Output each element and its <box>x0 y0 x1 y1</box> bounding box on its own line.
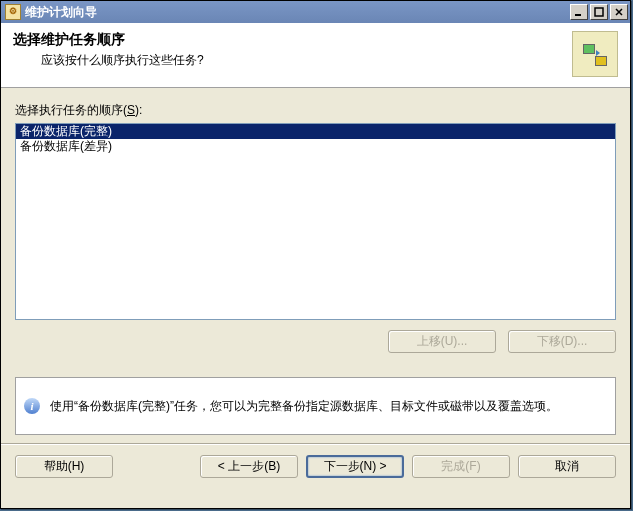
wizard-icon <box>572 31 618 77</box>
cancel-button[interactable]: 取消 <box>518 455 616 478</box>
window-title: 维护计划向导 <box>25 4 570 21</box>
window-controls <box>570 4 628 20</box>
info-icon: i <box>24 398 40 414</box>
move-up-button[interactable]: 上移(U)... <box>388 330 496 353</box>
help-button[interactable]: 帮助(H) <box>15 455 113 478</box>
page-title: 选择维护任务顺序 <box>13 31 564 49</box>
task-order-listbox[interactable]: 备份数据库(完整)备份数据库(差异) <box>15 123 616 320</box>
wizard-window: ⚙ 维护计划向导 选择维护任务顺序 应该按什么顺序执行这些任务? 选择执行任务 <box>0 0 631 509</box>
svg-rect-1 <box>595 8 603 16</box>
page-subtitle: 应该按什么顺序执行这些任务? <box>41 52 564 69</box>
order-label: 选择执行任务的顺序(S): <box>15 102 616 119</box>
content-area: 选择执行任务的顺序(S): 备份数据库(完整)备份数据库(差异) 上移(U)..… <box>1 88 630 357</box>
titlebar: ⚙ 维护计划向导 <box>1 1 630 23</box>
move-buttons-row: 上移(U)... 下移(D)... <box>15 330 616 353</box>
svg-rect-0 <box>575 14 581 16</box>
footer: 帮助(H) < 上一步(B) 下一步(N) > 完成(F) 取消 <box>1 445 630 488</box>
next-button[interactable]: 下一步(N) > <box>306 455 404 478</box>
info-text: 使用“备份数据库(完整)”任务，您可以为完整备份指定源数据库、目标文件或磁带以及… <box>50 398 558 415</box>
list-item[interactable]: 备份数据库(差异) <box>16 139 615 154</box>
move-down-button[interactable]: 下移(D)... <box>508 330 616 353</box>
maximize-button[interactable] <box>590 4 608 20</box>
info-box: i 使用“备份数据库(完整)”任务，您可以为完整备份指定源数据库、目标文件或磁带… <box>15 377 616 435</box>
list-item[interactable]: 备份数据库(完整) <box>16 124 615 139</box>
app-icon: ⚙ <box>5 4 21 20</box>
minimize-button[interactable] <box>570 4 588 20</box>
finish-button[interactable]: 完成(F) <box>412 455 510 478</box>
back-button[interactable]: < 上一步(B) <box>200 455 298 478</box>
header-text: 选择维护任务顺序 应该按什么顺序执行这些任务? <box>13 31 564 69</box>
header-pane: 选择维护任务顺序 应该按什么顺序执行这些任务? <box>1 23 630 88</box>
close-button[interactable] <box>610 4 628 20</box>
